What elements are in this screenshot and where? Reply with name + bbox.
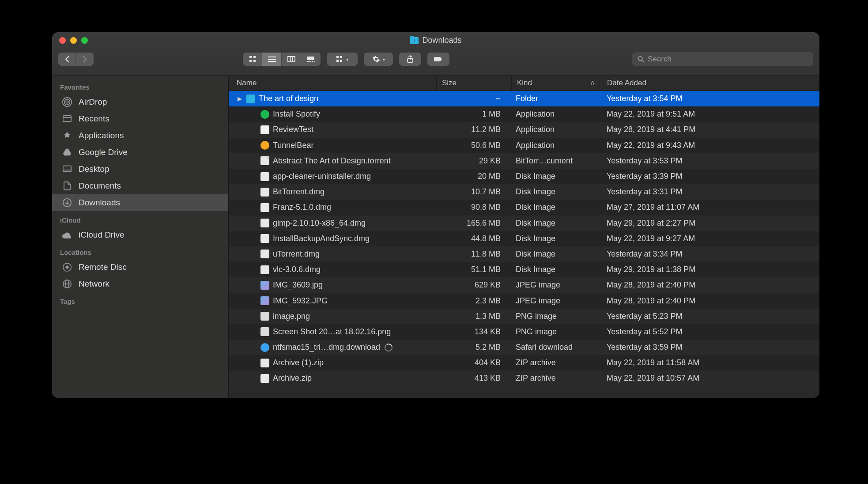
action-button[interactable]: ▾: [364, 53, 393, 66]
file-name: Install Spotify: [273, 110, 320, 119]
file-row[interactable]: ▶ IMG_5932.JPG 2.3 MB JPEG image May 28,…: [229, 293, 819, 308]
icon-view-button[interactable]: [243, 53, 262, 66]
sidebar-item-label: Documents: [79, 181, 121, 191]
file-row[interactable]: ▶ Abstract The Art of Design.torrent 29 …: [229, 153, 819, 169]
disclosure-triangle-icon[interactable]: ▶: [237, 95, 243, 102]
column-date[interactable]: Date Added: [600, 76, 819, 91]
file-row[interactable]: ▶ Archive (1).zip 404 KB ZIP archive May…: [229, 355, 819, 371]
file-size: 29 KB: [436, 156, 511, 166]
column-kind-label: Kind: [517, 79, 532, 87]
back-button[interactable]: [58, 53, 76, 66]
sidebar-item-remote-disc[interactable]: Remote Disc: [52, 259, 228, 276]
list-view-button[interactable]: [262, 53, 282, 66]
search-input[interactable]: [648, 55, 808, 64]
file-row[interactable]: ▶ gimp-2.10.10-x86_64.dmg 165.6 MB Disk …: [229, 216, 819, 231]
sidebar-item-label: AirDrop: [79, 97, 107, 107]
file-date: May 27, 2019 at 11:07 AM: [600, 203, 819, 212]
file-row[interactable]: ▶ IMG_3609.jpg 629 KB JPEG image May 28,…: [229, 277, 819, 293]
svg-rect-18: [340, 60, 342, 62]
sidebar-item-icloud-drive[interactable]: iCloud Drive: [52, 227, 228, 243]
finder-window: Downloads: [52, 32, 819, 398]
file-row[interactable]: ▶ Franz-5.1.0.dmg 90.8 MB Disk Image May…: [229, 200, 819, 215]
column-headers: Name Size Kind ᐱ Date Added: [229, 76, 819, 91]
applications-icon: [62, 130, 72, 141]
gallery-view-button[interactable]: [301, 53, 321, 66]
file-row[interactable]: ▶ app-cleaner-uninstaller.dmg 20 MB Disk…: [229, 169, 819, 184]
file-row[interactable]: ▶ The art of design -- Folder Yesterday …: [229, 91, 819, 106]
file-date: May 22, 2019 at 9:43 AM: [600, 141, 819, 150]
file-row[interactable]: ▶ Screen Shot 20…at 18.02.16.png 134 KB …: [229, 324, 819, 340]
svg-rect-11: [307, 61, 309, 62]
file-date: May 28, 2019 at 2:40 PM: [600, 280, 819, 290]
svg-rect-13: [312, 61, 313, 62]
file-kind: Disk Image: [511, 203, 600, 212]
sidebar-item-recents[interactable]: Recents: [52, 110, 228, 127]
column-kind[interactable]: Kind ᐱ: [511, 76, 600, 91]
png-icon: [260, 312, 269, 321]
file-name: image.png: [273, 312, 310, 321]
file-row[interactable]: ▶ InstallBackupAndSync.dmg 44.8 MB Disk …: [229, 231, 819, 246]
file-size: 404 KB: [436, 358, 511, 367]
file-rows[interactable]: ▶ The art of design -- Folder Yesterday …: [229, 91, 819, 398]
sidebar-item-network[interactable]: Network: [52, 276, 228, 292]
column-size[interactable]: Size: [436, 76, 511, 91]
file-row[interactable]: ▶ TunnelBear 50.6 MB Application May 22,…: [229, 138, 819, 153]
sidebar-item-google-drive[interactable]: Google Drive: [52, 144, 228, 161]
sidebar-item-applications[interactable]: Applications: [52, 127, 228, 144]
share-button[interactable]: [399, 53, 421, 66]
file-row[interactable]: ▶ ntfsmac15_tri…dmg.download 5.2 MB Safa…: [229, 340, 819, 355]
file-date: Yesterday at 5:23 PM: [600, 312, 819, 321]
file-date: May 22, 2019 at 10:57 AM: [600, 374, 819, 383]
sidebar-item-documents[interactable]: Documents: [52, 178, 228, 194]
network-icon: [62, 279, 72, 289]
sidebar-item-desktop[interactable]: Desktop: [52, 161, 228, 178]
spotify-icon: [260, 110, 269, 119]
arrange-button[interactable]: ▾: [327, 53, 358, 66]
file-row[interactable]: ▶ ReviewTest 11.2 MB Application May 28,…: [229, 122, 819, 137]
file-row[interactable]: ▶ Archive.zip 413 KB ZIP archive May 22,…: [229, 371, 819, 386]
file-name: ReviewTest: [273, 125, 313, 134]
sidebar-item-downloads[interactable]: Downloads: [52, 194, 228, 211]
svg-rect-2: [249, 60, 252, 62]
doc-icon: [260, 156, 269, 165]
icloud-icon: [62, 230, 72, 240]
file-kind: Disk Image: [511, 250, 600, 259]
dmg-icon: [260, 203, 269, 212]
file-kind: Disk Image: [511, 187, 600, 197]
file-date: May 22, 2019 at 9:51 AM: [600, 110, 819, 119]
file-size: 629 KB: [436, 280, 511, 290]
file-date: Yesterday at 3:39 PM: [600, 172, 819, 181]
zip-icon: [260, 359, 269, 367]
file-row[interactable]: ▶ BitTorrent.dmg 10.7 MB Disk Image Yest…: [229, 184, 819, 200]
file-kind: PNG image: [511, 327, 600, 337]
sidebar-item-label: Applications: [79, 131, 124, 140]
dmg-icon: [260, 250, 269, 258]
remotedisc-icon: [62, 262, 72, 272]
sidebar-item-label: Network: [79, 279, 109, 289]
sidebar-item-label: Remote Disc: [79, 262, 127, 272]
forward-button[interactable]: [76, 53, 94, 66]
sidebar-heading: Favorites: [52, 78, 228, 94]
tunnel-icon: [260, 141, 269, 150]
file-date: May 28, 2019 at 2:40 PM: [600, 296, 819, 306]
file-name: Screen Shot 20…at 18.02.16.png: [273, 327, 391, 337]
column-name[interactable]: Name: [229, 79, 436, 87]
file-date: May 29, 2019 at 1:38 PM: [600, 265, 819, 274]
svg-rect-10: [307, 57, 314, 60]
desktop-icon: [62, 164, 72, 174]
sidebar-item-label: iCloud Drive: [79, 230, 124, 240]
sidebar-item-airdrop[interactable]: AirDrop: [52, 94, 228, 110]
file-row[interactable]: ▶ vlc-3.0.6.dmg 51.1 MB Disk Image May 2…: [229, 262, 819, 277]
file-size: 5.2 MB: [436, 343, 511, 352]
sidebar-heading: Tags: [52, 292, 228, 308]
tags-button[interactable]: [427, 53, 449, 66]
file-row[interactable]: ▶ uTorrent.dmg 11.8 MB Disk Image Yester…: [229, 246, 819, 262]
sidebar[interactable]: FavoritesAirDropRecentsApplicationsGoogl…: [52, 76, 229, 398]
column-view-button[interactable]: [282, 53, 301, 66]
file-size: 51.1 MB: [436, 265, 511, 274]
file-row[interactable]: ▶ image.png 1.3 MB PNG image Yesterday a…: [229, 309, 819, 324]
dmg-icon: [260, 188, 269, 197]
file-size: 413 KB: [436, 374, 511, 383]
search-field[interactable]: [632, 52, 813, 66]
file-row[interactable]: ▶ Install Spotify 1 MB Application May 2…: [229, 106, 819, 122]
